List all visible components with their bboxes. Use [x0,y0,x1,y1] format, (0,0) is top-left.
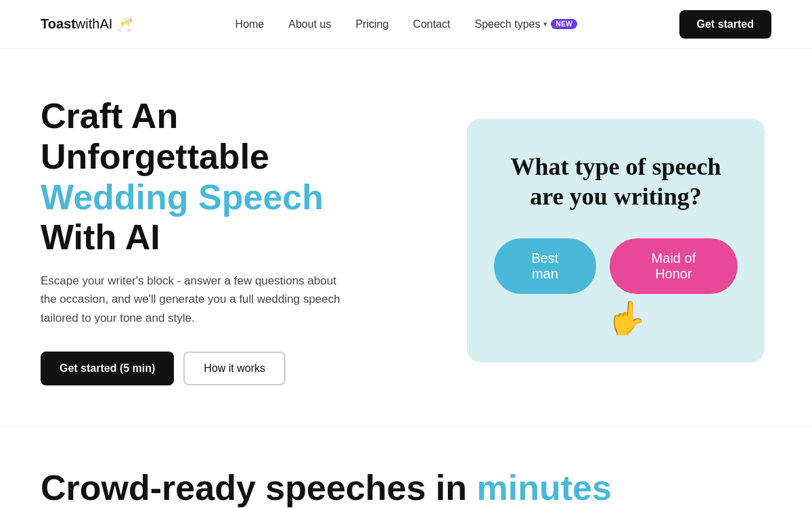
hero-left: Craft An Unforgettable Wedding Speech Wi… [41,96,392,385]
hero-title: Craft An Unforgettable Wedding Speech Wi… [41,96,392,258]
nav-pricing[interactable]: Pricing [355,18,388,30]
nav-contact[interactable]: Contact [413,18,450,30]
nav-links: Home About us Pricing Contact Speech typ… [235,18,578,30]
hand-cursor-icon: 👆 [606,302,647,335]
hero-section: Craft An Unforgettable Wedding Speech Wi… [0,49,812,426]
nav-get-started-button[interactable]: Get started [679,10,771,39]
bottom-title-highlight: minutes [476,468,611,507]
brand-logo: ToastwithAI 🥂 [41,16,133,33]
brand-icon: 🥂 [116,16,133,33]
bottom-section: Crowd-ready speeches in minutes Toastwit… [0,426,812,508]
hero-title-highlight: Wedding Speech [41,177,323,217]
card-question: What type of speech are you writing? [494,152,738,211]
navbar: ToastwithAI 🥂 Home About us Pricing Cont… [0,0,812,49]
get-started-button[interactable]: Get started (5 min) [41,352,174,385]
card-buttons-row: Best man Maid of Honor 👆 [494,238,738,314]
hero-subtitle: Escape your writer's block - answer a fe… [41,272,352,327]
hero-title-suffix: With AI [41,217,160,257]
hero-buttons: Get started (5 min) How it works [41,352,392,385]
hero-right: What type of speech are you writing? Bes… [460,119,771,362]
chevron-down-icon: ▾ [543,20,547,28]
how-it-works-button[interactable]: How it works [183,352,286,385]
best-man-button[interactable]: Best man [494,238,596,294]
new-badge: NEW [551,19,577,29]
nav-about[interactable]: About us [288,18,331,30]
brand-name-bold: ToastwithAI [41,16,112,32]
bottom-title: Crowd-ready speeches in minutes [41,467,771,508]
nav-speech-types[interactable]: Speech types ▾ NEW [474,18,577,30]
nav-home[interactable]: Home [235,18,265,30]
maid-of-honor-button[interactable]: Maid of Honor [610,238,738,294]
speech-type-card: What type of speech are you writing? Bes… [467,119,765,362]
